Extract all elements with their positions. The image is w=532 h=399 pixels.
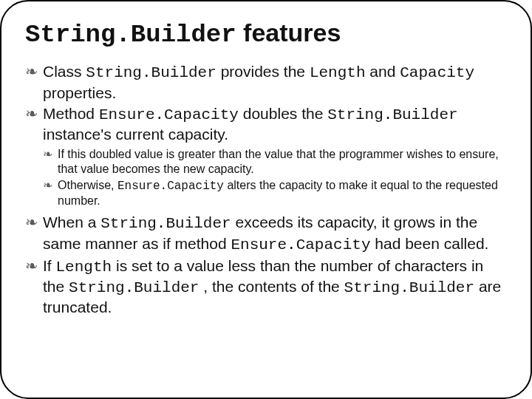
list-item: When a String.Builder exceeds its capaci… (25, 213, 507, 255)
text-run: Method (43, 105, 99, 122)
text-run: Otherwise, (58, 179, 117, 191)
code-run: String.Builder (86, 64, 216, 81)
text-run: , the contents of the (199, 278, 344, 295)
code-run: Capacity (400, 64, 474, 81)
list-item: If Length is set to a value less than th… (25, 256, 507, 318)
text-run: doubles the (239, 105, 327, 122)
text-run: instance's current capacity. (43, 126, 228, 143)
code-run: Ensure.Capacity (231, 236, 370, 253)
code-run: Ensure.Capacity (117, 180, 224, 193)
sub-list-item: Otherwise, Ensure.Capacity alters the ca… (43, 178, 507, 208)
text-run: properties. (43, 84, 116, 101)
text-run: Class (43, 63, 86, 80)
title-rest: features (236, 18, 341, 47)
code-run: String.Builder (100, 215, 231, 232)
sub-list-item: If this doubled value is greater than th… (43, 147, 507, 177)
code-run: String.Builder (344, 279, 474, 296)
code-run: Length (56, 259, 112, 276)
code-run: String.Builder (327, 106, 457, 123)
text-run: provides the (216, 63, 310, 80)
text-run: had been called. (370, 235, 488, 252)
list-item: Method Ensure.Capacity doubles the Strin… (25, 104, 507, 145)
text-run: If (43, 257, 56, 274)
text-run: If this doubled value is greater than th… (58, 148, 499, 175)
text-run: and (366, 63, 400, 80)
title-code: String.Builder (25, 21, 236, 49)
slide-title: String.Builder features (25, 19, 507, 49)
bullet-list: Class String.Builder provides the Length… (25, 62, 507, 317)
list-item: Class String.Builder provides the Length… (25, 62, 507, 103)
slide-frame: String.Builder features Class String.Bui… (0, 0, 532, 399)
code-run: Ensure.Capacity (99, 106, 239, 123)
text-run: When a (43, 214, 100, 231)
code-run: String.Builder (69, 279, 199, 296)
sub-list: If this doubled value is greater than th… (25, 147, 507, 208)
code-run: Length (310, 64, 366, 81)
